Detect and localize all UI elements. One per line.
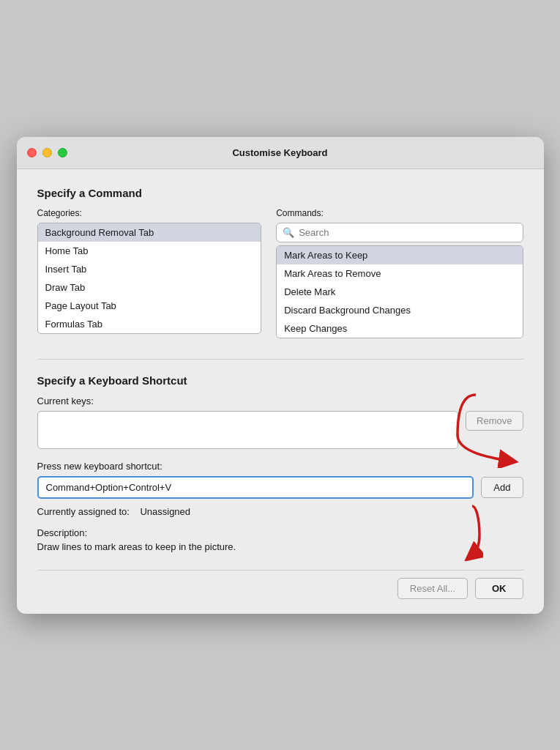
maximize-button[interactable]: [58, 148, 67, 157]
command-item-mark-keep[interactable]: Mark Areas to Keep: [277, 246, 522, 264]
command-item-delete-mark[interactable]: Delete Mark: [277, 283, 522, 301]
current-keys-box: [37, 411, 459, 449]
traffic-lights: [27, 148, 67, 157]
reset-all-button[interactable]: Reset All...: [397, 578, 468, 599]
search-input[interactable]: [299, 227, 516, 238]
description-label: Description:: [37, 527, 523, 538]
keyboard-shortcut-section: Specify a Keyboard Shortcut Current keys…: [37, 374, 523, 552]
commands-column: Commands: 🔍 Mark Areas to Keep Mark Area…: [276, 208, 523, 338]
specify-command-title: Specify a Command: [37, 187, 523, 199]
command-item-discard-bg[interactable]: Discard Background Changes: [277, 301, 522, 319]
add-button[interactable]: Add: [481, 477, 523, 498]
current-keys-label: Current keys:: [37, 396, 523, 406]
category-item-formulas[interactable]: Formulas Tab: [38, 315, 261, 333]
section-divider: [37, 359, 523, 360]
categories-label: Categories:: [37, 208, 262, 218]
minimize-button[interactable]: [42, 148, 52, 157]
category-item-home[interactable]: Home Tab: [38, 242, 261, 260]
window-title: Customise Keyboard: [232, 147, 327, 158]
command-item-mark-remove[interactable]: Mark Areas to Remove: [277, 264, 522, 283]
specify-command-section: Specify a Command Categories: Background…: [37, 187, 523, 338]
category-item-insert[interactable]: Insert Tab: [38, 260, 261, 278]
content-area: Specify a Command Categories: Background…: [17, 169, 544, 614]
shortcut-input-row: Add: [37, 476, 523, 499]
titlebar: Customise Keyboard: [17, 137, 544, 169]
commands-label: Commands:: [276, 208, 523, 218]
assigned-to: Currently assigned to: Unassigned: [37, 506, 523, 517]
shortcut-input[interactable]: [37, 476, 474, 499]
ok-button[interactable]: OK: [475, 578, 523, 599]
assigned-to-label: Currently assigned to:: [37, 506, 130, 517]
categories-column: Categories: Background Removal Tab Home …: [37, 208, 262, 338]
close-button[interactable]: [27, 148, 37, 157]
command-item-keep-changes[interactable]: Keep Changes: [277, 319, 522, 338]
category-item-background-removal[interactable]: Background Removal Tab: [38, 223, 261, 242]
assigned-to-value: Unassigned: [140, 506, 190, 517]
press-shortcut-label: Press new keyboard shortcut:: [37, 461, 523, 472]
command-columns: Categories: Background Removal Tab Home …: [37, 208, 523, 338]
category-item-draw[interactable]: Draw Tab: [38, 278, 261, 297]
search-box: 🔍: [276, 223, 523, 242]
search-icon: 🔍: [283, 227, 294, 238]
main-window: Customise Keyboard Specify a Command Cat…: [17, 137, 544, 614]
category-item-page-layout[interactable]: Page Layout Tab: [38, 297, 261, 315]
keyboard-shortcut-title: Specify a Keyboard Shortcut: [37, 374, 523, 387]
bottom-buttons: Reset All... OK: [37, 570, 523, 599]
remove-button[interactable]: Remove: [466, 411, 523, 431]
current-keys-row: Remove: [37, 411, 523, 449]
description-text: Draw lines to mark areas to keep in the …: [37, 541, 523, 552]
categories-list: Background Removal Tab Home Tab Insert T…: [37, 223, 262, 334]
commands-list: Mark Areas to Keep Mark Areas to Remove …: [276, 245, 523, 338]
